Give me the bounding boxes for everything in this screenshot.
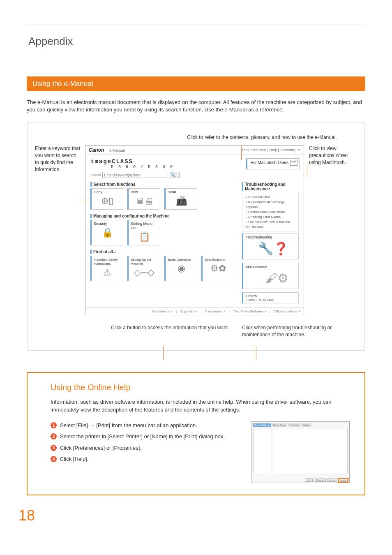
print-icon: 🖥🖨 (131, 194, 158, 208)
step-4-text: Click [Help]. (60, 455, 88, 463)
tile-settingmenu[interactable]: Setting Menu List📋 (127, 220, 160, 245)
search-go-button[interactable]: 🔍 (170, 172, 180, 178)
help-intro: Information, such as driver software inf… (51, 398, 346, 414)
others-sub[interactable]: Menu Route Map (246, 298, 296, 302)
footer-offices[interactable]: Office Locations (274, 310, 300, 313)
emanual-screenshot: Canon e-Manual Top| Site map| Help| Glos… (85, 145, 304, 315)
trouble-item[interactable]: Cannot scan a document. (246, 210, 295, 215)
step-3: 3 Click [Preferences] or [Properties]. (51, 444, 244, 452)
macintosh-users-button[interactable]: For Macintosh Users Mac (246, 158, 300, 169)
tile-specs-label: Specifications (205, 258, 225, 261)
tab-quality[interactable]: Quality (301, 423, 311, 427)
tile-scan[interactable]: Scan📠 (164, 188, 197, 210)
page-number: 18 (18, 507, 365, 524)
warning-icon: ⚠ (94, 266, 121, 280)
btn-help[interactable]: Help (339, 479, 348, 482)
step-3-text: Click [Preferences] or [Properties]. (60, 444, 141, 452)
nav-glossary[interactable]: Glossary (281, 148, 295, 152)
tile-security[interactable]: Security🔒 (90, 220, 123, 245)
callout-bottom-right: Click when performing troubleshooting or… (242, 324, 353, 338)
nav-top[interactable]: Top (242, 148, 248, 152)
dial-icon: ◉ (168, 261, 195, 275)
lock-icon: 🔒 (94, 226, 121, 240)
bullet-4: 4 (51, 456, 57, 462)
copy-icon: ⊕▯ (94, 194, 121, 208)
tile-troubleshooting-label: Troubleshooting (246, 235, 272, 239)
chapter-title: Appendix (28, 35, 365, 48)
search-label: Search (90, 173, 101, 177)
tile-basicop-label: Basic Operation (168, 258, 191, 261)
top-nav[interactable]: Top| Site map| Help| Glossary ↗ (241, 148, 300, 152)
tab-pagesetup[interactable]: Page Setup (272, 423, 287, 427)
list-icon: 📋 (131, 230, 158, 244)
search-input[interactable] (102, 172, 168, 178)
others-label: Others (246, 294, 296, 298)
bullet-1: 1 (51, 422, 57, 428)
arrow-icon: → (90, 422, 95, 428)
tab-basic[interactable]: Basic Settings (253, 423, 271, 427)
help-title: Using the Online Help (51, 383, 353, 392)
emanual-diagram: Click to refer to the contents, glossary… (27, 122, 365, 350)
screenshot-footer: Disclaimers| Copyright| Trademarks| Thir… (85, 308, 304, 315)
nav-help[interactable]: Help (270, 148, 277, 152)
tile-troubleshooting[interactable]: Troubleshooting🔧❓ (242, 233, 299, 259)
print-dialog-screenshot: Basic Settings Page Setup Finishing Qual… (251, 421, 350, 483)
trouble-list: Check this first. If <Incorrect size/set… (242, 193, 299, 231)
tile-setup[interactable]: Setting Up the Machine◇─◇ (127, 256, 160, 281)
trouble-item[interactable]: Check this first. (246, 195, 295, 200)
maintenance-icon: 🖌⚙ (246, 269, 296, 287)
tile-print[interactable]: Print🖥🖨 (127, 188, 160, 210)
mac-icon: Mac (290, 160, 297, 166)
step-2: 2 Select the printer in [Select Printer]… (51, 432, 244, 441)
scan-icon: 📠 (168, 194, 195, 208)
btn-cancel[interactable]: Cancel (314, 479, 326, 482)
intro-paragraph: The e-Manual is an electronic manual doc… (27, 99, 365, 113)
trouble-item[interactable]: If <Incorrect size/setting> appears. (246, 200, 295, 210)
model: D 5 6 0 / D 5 3 0 (111, 165, 174, 169)
btn-ok[interactable]: OK (305, 479, 313, 482)
btn-apply[interactable]: Apply (327, 479, 337, 482)
step-2-text: Select the printer in [Select Printer] o… (60, 432, 225, 441)
tile-copy-label: Copy (94, 190, 102, 194)
footer-trademarks[interactable]: Trademarks (205, 310, 225, 313)
footer-disclaimers[interactable]: Disclaimers (152, 310, 173, 313)
step-4: 4 Click [Help]. (51, 455, 244, 463)
manage-config-head: Managing and configuring the Machine (90, 214, 236, 218)
tile-security-label: Security (94, 222, 107, 226)
footer-thirdparty[interactable]: Third Party Software (233, 310, 266, 313)
troubleshoot-head: Troubleshooting and Maintenance (242, 182, 299, 191)
bullet-3: 3 (51, 445, 57, 451)
trouble-item[interactable]: I do not know how to use the MF Toolbox. (246, 220, 295, 229)
tile-print-label: Print (131, 190, 138, 194)
step-1-text-b: [Print] from the menu bar of an applicat… (95, 422, 197, 428)
tile-others[interactable]: Others Menu Route Map (242, 292, 299, 303)
mac-label: For Macintosh Users (251, 160, 288, 165)
canon-logo: Canon (89, 147, 104, 153)
trouble-item[interactable]: Checking Error Codes. (246, 215, 295, 220)
tile-basicop[interactable]: Basic Operation◉ (164, 256, 197, 281)
question-icon: 🔧❓ (246, 239, 296, 257)
tab-finishing[interactable]: Finishing (288, 423, 300, 427)
online-help-panel: Using the Online Help Information, such … (27, 372, 365, 495)
tile-maintenance-label: Maintenance (246, 265, 267, 269)
tile-copy[interactable]: Copy⊕▯ (90, 188, 123, 210)
callout-left: Enter a keyword that you want to search … (35, 145, 83, 315)
logo-subtitle: e-Manual (109, 148, 125, 153)
step-1: 1 Select [File] → [Print] from the menu … (51, 421, 244, 430)
tile-maintenance[interactable]: Maintenance🖌⚙ (242, 263, 299, 289)
bullet-2: 2 (51, 433, 57, 439)
select-functions-head: Select from functions (90, 182, 236, 187)
tile-setup-label: Setting Up the Machine (131, 258, 152, 266)
brand: imageCLASS (90, 158, 174, 165)
tile-safety-label: Important Safety Instructions (94, 258, 118, 266)
nav-sitemap[interactable]: Site map (251, 148, 266, 152)
first-of-all-head: First of all... (90, 250, 236, 254)
callout-bottom-left: Click a button to access the information… (111, 324, 230, 338)
section-heading: Using the e-Manual (27, 76, 365, 91)
callout-right: Click to view precautions when using Mac… (306, 145, 353, 315)
footer-copyright[interactable]: Copyright (180, 310, 197, 313)
step-1-text-a: Select [File] (60, 422, 90, 428)
tile-safety[interactable]: Important Safety Instructions⚠ (90, 256, 123, 281)
gear-icon: ⚙✿ (205, 261, 232, 275)
tile-specs[interactable]: Specifications⚙✿ (201, 256, 234, 281)
